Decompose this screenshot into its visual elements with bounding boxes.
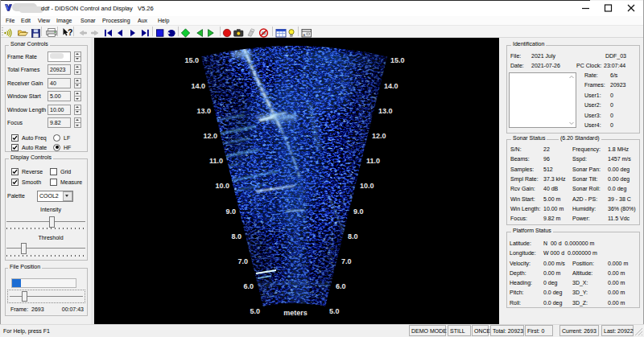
- svg-text:meters: meters: [283, 309, 308, 317]
- svg-text:5.0: 5.0: [329, 307, 340, 315]
- svg-text:?: ?: [68, 27, 72, 37]
- svg-text:15.0: 15.0: [184, 56, 199, 64]
- svg-text:11.0: 11.0: [209, 157, 223, 165]
- svg-text:9.0: 9.0: [225, 208, 236, 216]
- svg-text:6.0: 6.0: [243, 282, 254, 290]
- svg-text:7.0: 7.0: [237, 257, 248, 265]
- svg-text:7.0: 7.0: [341, 257, 352, 265]
- svg-text:15.0: 15.0: [390, 56, 405, 64]
- svg-text:10.0: 10.0: [215, 182, 229, 190]
- svg-text:13.0: 13.0: [378, 107, 393, 115]
- svg-text:14.0: 14.0: [191, 82, 205, 90]
- svg-text:14.0: 14.0: [384, 82, 398, 90]
- svg-text:9.0: 9.0: [353, 208, 364, 216]
- svg-text:8.0: 8.0: [348, 232, 358, 240]
- svg-text:11.0: 11.0: [366, 157, 380, 165]
- svg-text:6.0: 6.0: [336, 282, 346, 290]
- svg-text:a: a: [303, 32, 305, 37]
- svg-text:12.0: 12.0: [203, 132, 217, 140]
- svg-text:13.0: 13.0: [196, 107, 211, 115]
- svg-text:10.0: 10.0: [360, 182, 374, 190]
- svg-text:5.0: 5.0: [250, 307, 260, 315]
- svg-text:12.0: 12.0: [372, 132, 386, 140]
- svg-text:8.0: 8.0: [231, 232, 242, 240]
